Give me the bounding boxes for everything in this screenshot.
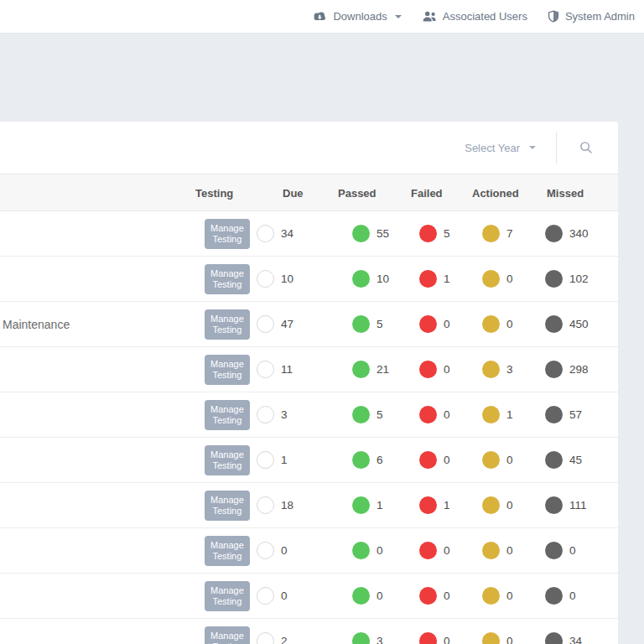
missed-cell: 57 bbox=[545, 406, 618, 423]
testing-cell: ManageTesting bbox=[193, 536, 257, 566]
failed-status-dot bbox=[419, 406, 437, 423]
system-admin-link[interactable]: System Admin bbox=[548, 10, 635, 23]
year-select-label: Select Year bbox=[465, 142, 520, 154]
missed-status-dot bbox=[545, 542, 563, 559]
manage-button-line2: Testing bbox=[212, 415, 242, 426]
due-cell: 34 bbox=[257, 225, 352, 242]
due-status-dot bbox=[257, 225, 274, 242]
failed-count: 1 bbox=[444, 499, 450, 512]
column-header-failed: Failed bbox=[411, 186, 443, 199]
actioned-count: 7 bbox=[506, 227, 513, 240]
manage-button-line2: Testing bbox=[212, 460, 242, 471]
failed-cell: 0 bbox=[419, 451, 482, 469]
due-count: 2 bbox=[281, 635, 288, 644]
due-status-dot bbox=[257, 451, 274, 469]
due-cell: 47 bbox=[257, 315, 352, 333]
passed-cell: 3 bbox=[352, 632, 419, 644]
passed-cell: 5 bbox=[352, 406, 419, 423]
actioned-count: 0 bbox=[506, 635, 513, 644]
column-header-missed: Missed bbox=[547, 186, 584, 199]
table-row: ManageTesting18110111 bbox=[0, 483, 618, 528]
due-count: 34 bbox=[281, 227, 293, 240]
table-body: ManageTesting345557340ManageTesting10101… bbox=[0, 211, 618, 644]
testing-cell: ManageTesting bbox=[193, 626, 257, 644]
passed-status-dot bbox=[352, 270, 370, 288]
due-status-dot bbox=[257, 270, 274, 288]
downloads-label: Downloads bbox=[333, 10, 387, 23]
missed-status-dot bbox=[545, 361, 563, 378]
due-cell: 1 bbox=[257, 451, 352, 469]
table-row: ManageTesting230034 bbox=[0, 619, 618, 644]
missed-cell: 34 bbox=[545, 632, 618, 644]
manage-testing-button[interactable]: ManageTesting bbox=[205, 264, 250, 294]
column-header-passed: Passed bbox=[338, 186, 377, 199]
failed-cell: 0 bbox=[419, 361, 482, 378]
manage-testing-button[interactable]: ManageTesting bbox=[205, 355, 250, 385]
failed-status-dot bbox=[419, 542, 437, 559]
search-button[interactable] bbox=[576, 138, 596, 158]
manage-button-line1: Manage bbox=[210, 223, 244, 234]
manage-button-line2: Testing bbox=[212, 370, 242, 381]
passed-count: 55 bbox=[377, 227, 389, 240]
missed-status-dot bbox=[545, 587, 563, 605]
passed-count: 3 bbox=[377, 635, 383, 644]
failed-count: 0 bbox=[444, 544, 450, 557]
failed-status-dot bbox=[419, 632, 437, 644]
passed-count: 5 bbox=[377, 408, 383, 421]
failed-count: 0 bbox=[444, 363, 450, 376]
associated-users-label: Associated Users bbox=[443, 10, 527, 23]
actioned-status-dot bbox=[482, 632, 500, 644]
manage-testing-button[interactable]: ManageTesting bbox=[205, 626, 250, 644]
manage-testing-button[interactable]: ManageTesting bbox=[205, 309, 250, 340]
manage-testing-button[interactable]: ManageTesting bbox=[205, 491, 250, 521]
passed-status-dot bbox=[352, 496, 370, 514]
manage-button-line1: Manage bbox=[210, 359, 244, 370]
actioned-status-dot bbox=[482, 361, 500, 378]
missed-cell: 111 bbox=[545, 496, 618, 514]
manage-testing-button[interactable]: ManageTesting bbox=[205, 445, 250, 475]
failed-cell: 0 bbox=[419, 542, 482, 559]
missed-status-dot bbox=[545, 632, 563, 644]
downloads-menu[interactable]: Downloads bbox=[313, 10, 401, 23]
missed-count: 450 bbox=[569, 318, 589, 330]
actioned-status-dot bbox=[482, 315, 500, 333]
failed-cell: 1 bbox=[419, 270, 482, 288]
actioned-cell: 0 bbox=[482, 632, 545, 644]
manage-button-line1: Manage bbox=[210, 268, 244, 279]
failed-status-dot bbox=[419, 451, 437, 469]
manage-testing-button[interactable]: ManageTesting bbox=[205, 219, 250, 249]
testing-cell: ManageTesting bbox=[193, 309, 257, 340]
actioned-count: 0 bbox=[506, 544, 513, 557]
cloud-download-icon bbox=[313, 11, 327, 22]
manage-button-line1: Manage bbox=[210, 585, 244, 596]
passed-cell: 0 bbox=[352, 587, 419, 605]
due-cell: 0 bbox=[257, 542, 352, 559]
actioned-status-dot bbox=[482, 451, 500, 469]
passed-status-dot bbox=[352, 542, 370, 559]
testing-summary-card: Select Year Testing Due Passed Failed Ac… bbox=[0, 122, 618, 644]
table-row: MaintenanceManageTesting47500450 bbox=[0, 302, 618, 347]
manage-testing-button[interactable]: ManageTesting bbox=[205, 581, 250, 611]
missed-cell: 298 bbox=[545, 361, 618, 378]
missed-status-dot bbox=[545, 406, 563, 423]
users-icon bbox=[422, 11, 437, 22]
actioned-cell: 7 bbox=[482, 225, 545, 242]
manage-button-line2: Testing bbox=[212, 641, 242, 644]
failed-cell: 0 bbox=[419, 632, 482, 644]
manage-button-line1: Manage bbox=[210, 404, 244, 415]
manage-testing-button[interactable]: ManageTesting bbox=[205, 400, 250, 430]
actioned-cell: 0 bbox=[482, 587, 545, 605]
failed-count: 0 bbox=[444, 635, 450, 644]
passed-count: 0 bbox=[377, 544, 383, 557]
missed-status-dot bbox=[545, 225, 563, 242]
top-navbar: Downloads Associated Users System Admin bbox=[0, 0, 644, 34]
associated-users-link[interactable]: Associated Users bbox=[422, 10, 527, 23]
manage-testing-button[interactable]: ManageTesting bbox=[205, 536, 250, 566]
actioned-status-dot bbox=[482, 587, 500, 605]
year-select-dropdown[interactable]: Select Year bbox=[465, 142, 536, 154]
actioned-count: 0 bbox=[506, 589, 513, 602]
table-row: ManageTesting00000 bbox=[0, 528, 618, 574]
testing-cell: ManageTesting bbox=[193, 445, 257, 475]
testing-cell: ManageTesting bbox=[193, 219, 257, 249]
due-cell: 10 bbox=[257, 270, 352, 288]
